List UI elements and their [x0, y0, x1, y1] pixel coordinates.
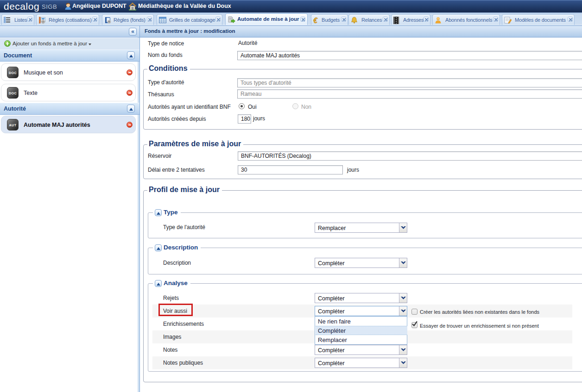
svg-text:€: €: [313, 17, 318, 25]
